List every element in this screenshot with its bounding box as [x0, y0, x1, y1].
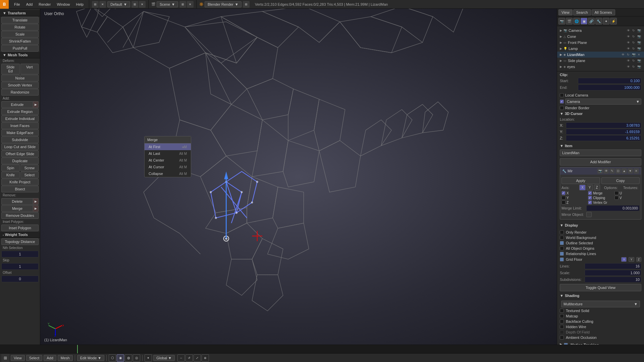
ambient-occlusion-cb[interactable] — [560, 336, 564, 340]
scene-item-lizardman[interactable]: ▶ ◈ LizardMan 👁 ↻ 📷 ✕ — [557, 52, 644, 58]
modifier-render-btn[interactable]: 📷 — [597, 168, 603, 174]
scale-value[interactable]: 1.000 — [585, 270, 641, 276]
rendered-btn[interactable]: ◎ — [133, 354, 140, 362]
scene-item-eyes[interactable]: ▶ ◈ eyes 👁 ↻ 📷 — [557, 64, 644, 70]
slide-edge-btn[interactable]: Slide Ed — [1, 64, 20, 74]
translate-btn[interactable]: Translate — [1, 17, 39, 23]
u-checkbox[interactable] — [614, 191, 619, 195]
eyes-lock-icon[interactable]: ↻ — [631, 64, 636, 69]
depth-of-field-cb[interactable] — [560, 330, 564, 334]
duplicate-btn[interactable]: Duplicate — [1, 158, 39, 164]
tab-scene-icon[interactable]: 🎬 — [566, 18, 573, 24]
mesh-tools-header[interactable]: ▼ Mesh Tools — [0, 52, 40, 58]
lizardman-extra-icon[interactable]: ✕ — [637, 52, 641, 57]
smooth-vertex-btn[interactable]: Smooth Vertex — [1, 82, 39, 88]
lamp-vis-icon[interactable]: 👁 — [626, 46, 631, 51]
x-mirror-checkbox[interactable]: ✓ — [561, 191, 566, 195]
inset-polygon-btn[interactable]: Inset Polygon — [1, 225, 39, 231]
camera-render-icon[interactable]: 📷 — [637, 28, 641, 33]
select-bottom-btn[interactable]: Select — [26, 355, 43, 361]
sideplane-render-icon[interactable]: 📷 — [637, 58, 641, 63]
layout-dropdown[interactable]: Default ▼ — [107, 1, 130, 7]
item-header[interactable]: ▼ Item — [557, 143, 644, 149]
offset-val-field[interactable]: 0 — [1, 276, 39, 282]
mesh-bottom-btn[interactable]: Mesh — [58, 355, 73, 361]
nth-val-field[interactable]: 1 — [1, 251, 39, 257]
sideplane-vis-icon[interactable]: 👁 — [626, 58, 631, 63]
camera-checkbox[interactable]: ✓ — [560, 100, 564, 104]
modifier-eye-btn[interactable]: 👁 — [603, 168, 609, 174]
outline-selected-cb[interactable] — [560, 241, 564, 245]
noise-btn[interactable]: Noise — [1, 75, 39, 81]
tab-particles-icon[interactable]: ✦ — [603, 18, 609, 24]
mirror-obj-picker[interactable] — [586, 212, 592, 217]
viewport-mode-icon[interactable]: ⊞ — [1, 354, 9, 362]
modifier-edit-btn[interactable]: ✎ — [609, 168, 615, 174]
scene-icon-add[interactable]: ⊞ — [179, 1, 186, 8]
add-modifier-btn[interactable]: Add Modifier — [560, 158, 641, 166]
lamp-render-icon[interactable]: 📷 — [637, 46, 641, 51]
weight-tools-header[interactable]: - Weight Tools — [0, 232, 40, 238]
grid-floor-cb[interactable] — [560, 257, 564, 261]
menu-window[interactable]: Window — [54, 2, 72, 7]
vert-btn[interactable]: Vert — [20, 64, 39, 74]
remove-doubles-btn[interactable]: Remove Doubles — [1, 212, 39, 219]
cone-vis-icon[interactable]: 👁 — [626, 34, 631, 39]
knife-btn[interactable]: Knife — [1, 172, 20, 178]
lamp-lock-icon[interactable]: ↻ — [631, 46, 636, 51]
extrude-btn[interactable]: Extrude — [1, 101, 33, 108]
merge-collapse[interactable]: Collapse Alt M — [145, 170, 191, 177]
toggle-quad-view-btn[interactable]: Toggle Quad View — [560, 284, 641, 291]
tab-constraints-icon[interactable]: 🔗 — [588, 18, 595, 24]
camera-lock-icon[interactable]: ↻ — [631, 28, 636, 33]
item-name-field[interactable]: LizardMan — [560, 149, 641, 156]
inset-faces-btn[interactable]: Inset Faces — [1, 122, 39, 129]
delete-btn[interactable]: Delete — [1, 198, 33, 205]
tab-object-icon[interactable]: ▣ — [581, 18, 587, 24]
spin-btn[interactable]: Spin — [1, 165, 20, 171]
view-btn[interactable]: View — [11, 355, 25, 361]
rotate-btn[interactable]: Rotate — [1, 24, 39, 31]
offset-edge-slide-btn[interactable]: Offset Edge Slide — [1, 150, 39, 157]
menu-add[interactable]: Add — [23, 2, 36, 7]
viewport[interactable]: User Ortho (1) LizardMan X Y Z Merge At … — [40, 9, 557, 345]
layout-icon-3[interactable]: ⊞ — [131, 1, 138, 8]
extrude-arrow-btn[interactable]: ▶ — [33, 101, 39, 108]
local-camera-checkbox[interactable] — [560, 93, 564, 97]
axis-z-btn[interactable]: Z — [594, 185, 600, 190]
clip-start-value[interactable]: 0.100 — [578, 78, 641, 84]
bisect-btn[interactable]: Bisect — [1, 186, 39, 192]
all-origins-cb[interactable] — [560, 246, 564, 250]
merge-at-last[interactable]: At Last Alt M — [145, 150, 191, 157]
frontplane-vis-icon[interactable]: 👁 — [626, 40, 631, 45]
lizardman-lock-icon[interactable]: ↻ — [626, 52, 631, 57]
select-btn[interactable]: Select — [20, 172, 39, 178]
loc-z-value[interactable]: 6.15291 — [566, 135, 641, 141]
v-checkbox[interactable] — [614, 196, 619, 200]
knife-project-btn[interactable]: Knife Project — [1, 179, 39, 185]
tab-view[interactable]: View — [558, 9, 573, 15]
topology-distance-btn[interactable]: Topology Distance — [1, 238, 39, 245]
matcap-cb[interactable] — [560, 314, 564, 318]
solid-btn[interactable]: ◉ — [117, 354, 124, 362]
shading-dropdown[interactable]: Multitexture ▼ — [561, 301, 640, 307]
axis-x-btn[interactable]: X — [579, 185, 586, 190]
move-icon[interactable]: ↔ — [177, 354, 185, 362]
modifier-close-btn[interactable]: ✕ — [634, 168, 639, 174]
merge-at-first[interactable]: At First ⎈M — [145, 143, 191, 150]
add-bottom-btn[interactable]: Add — [44, 355, 56, 361]
tab-all-scenes[interactable]: All Scenes — [592, 9, 615, 15]
relationship-lines-cb[interactable] — [560, 252, 564, 256]
rotate-icon[interactable]: ↺ — [185, 354, 193, 362]
scene-icon-remove[interactable]: ✕ — [187, 1, 194, 8]
only-render-cb[interactable] — [560, 230, 564, 234]
scene-item-camera[interactable]: ▶ 📷 Camera 👁 ↻ 📷 — [557, 27, 644, 34]
modifier-up-btn[interactable]: ▲ — [622, 168, 627, 174]
screw-btn[interactable]: Screw — [20, 165, 39, 171]
axis-y-btn[interactable]: Y — [587, 185, 593, 190]
tab-render-icon[interactable]: 📷 — [558, 18, 565, 24]
scale-icon[interactable]: ⤢ — [194, 354, 201, 362]
eyes-render-icon[interactable]: 📷 — [637, 64, 641, 69]
y-mirror-checkbox[interactable] — [561, 196, 566, 200]
merge-checkbox[interactable]: ✓ — [588, 191, 592, 195]
